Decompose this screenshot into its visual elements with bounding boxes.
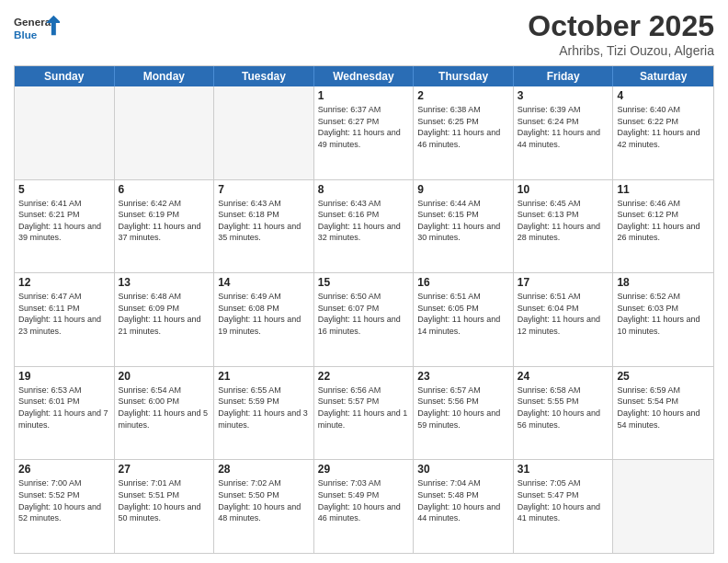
calendar-row: 1Sunrise: 6:37 AMSunset: 6:27 PMDaylight… xyxy=(15,86,713,179)
day-info: Sunrise: 7:00 AMSunset: 5:52 PMDaylight:… xyxy=(18,477,110,523)
day-info: Sunrise: 6:58 AMSunset: 5:55 PMDaylight:… xyxy=(518,385,609,431)
day-info: Sunrise: 6:50 AMSunset: 6:07 PMDaylight:… xyxy=(318,291,410,337)
day-info: Sunrise: 6:57 AMSunset: 5:56 PMDaylight:… xyxy=(417,385,509,431)
day-number: 5 xyxy=(18,183,110,196)
day-number: 3 xyxy=(518,89,609,102)
day-info: Sunrise: 6:45 AMSunset: 6:13 PMDaylight:… xyxy=(518,198,609,244)
day-info: Sunrise: 6:42 AMSunset: 6:19 PMDaylight:… xyxy=(119,198,210,244)
day-info: Sunrise: 6:55 AMSunset: 5:59 PMDaylight:… xyxy=(218,385,310,431)
calendar-cell: 10Sunrise: 6:45 AMSunset: 6:13 PMDayligh… xyxy=(514,180,614,273)
calendar-cell: 13Sunrise: 6:48 AMSunset: 6:09 PMDayligh… xyxy=(115,273,215,366)
calendar-row: 19Sunrise: 6:53 AMSunset: 6:01 PMDayligh… xyxy=(15,366,713,460)
day-number: 13 xyxy=(119,276,210,289)
day-info: Sunrise: 6:59 AMSunset: 5:54 PMDaylight:… xyxy=(617,385,710,431)
day-number: 29 xyxy=(318,463,410,476)
day-number: 2 xyxy=(417,89,509,102)
calendar-cell: 26Sunrise: 7:00 AMSunset: 5:52 PMDayligh… xyxy=(15,460,115,553)
day-info: Sunrise: 6:43 AMSunset: 6:18 PMDaylight:… xyxy=(218,198,310,244)
calendar-cell: 29Sunrise: 7:03 AMSunset: 5:49 PMDayligh… xyxy=(314,460,415,553)
month-title: October 2025 xyxy=(528,9,714,43)
calendar-cell: 25Sunrise: 6:59 AMSunset: 5:54 PMDayligh… xyxy=(613,367,713,460)
header: General Blue October 2025 Arhribs, Tizi … xyxy=(14,9,714,58)
weekday-header: Saturday xyxy=(613,66,713,86)
day-number: 16 xyxy=(417,276,509,289)
calendar-cell: 11Sunrise: 6:46 AMSunset: 6:12 PMDayligh… xyxy=(613,180,713,273)
calendar-cell: 17Sunrise: 6:51 AMSunset: 6:04 PMDayligh… xyxy=(514,273,614,366)
calendar-cell: 1Sunrise: 6:37 AMSunset: 6:27 PMDaylight… xyxy=(314,86,415,179)
calendar-cell: 12Sunrise: 6:47 AMSunset: 6:11 PMDayligh… xyxy=(15,273,115,366)
calendar: SundayMondayTuesdayWednesdayThursdayFrid… xyxy=(14,65,714,554)
calendar-cell: 8Sunrise: 6:43 AMSunset: 6:16 PMDaylight… xyxy=(314,180,415,273)
day-number: 12 xyxy=(18,276,110,289)
day-number: 11 xyxy=(617,183,710,196)
calendar-cell: 7Sunrise: 6:43 AMSunset: 6:18 PMDaylight… xyxy=(214,180,314,273)
day-number: 22 xyxy=(318,370,410,383)
day-number: 19 xyxy=(18,370,110,383)
weekday-header: Thursday xyxy=(414,66,514,86)
day-number: 14 xyxy=(218,276,310,289)
day-number: 24 xyxy=(518,370,609,383)
calendar-cell xyxy=(214,86,314,179)
calendar-cell: 2Sunrise: 6:38 AMSunset: 6:25 PMDaylight… xyxy=(414,86,514,179)
weekday-header: Friday xyxy=(514,66,614,86)
day-number: 6 xyxy=(119,183,210,196)
calendar-cell: 16Sunrise: 6:51 AMSunset: 6:05 PMDayligh… xyxy=(414,273,514,366)
svg-text:Blue: Blue xyxy=(14,29,38,40)
day-info: Sunrise: 7:03 AMSunset: 5:49 PMDaylight:… xyxy=(318,477,410,523)
day-number: 31 xyxy=(518,463,609,476)
day-info: Sunrise: 6:37 AMSunset: 6:27 PMDaylight:… xyxy=(318,104,410,150)
logo: General Blue xyxy=(14,9,60,46)
calendar-header: SundayMondayTuesdayWednesdayThursdayFrid… xyxy=(15,66,713,86)
page: General Blue October 2025 Arhribs, Tizi … xyxy=(0,0,728,563)
day-number: 30 xyxy=(417,463,509,476)
calendar-cell: 22Sunrise: 6:56 AMSunset: 5:57 PMDayligh… xyxy=(314,367,415,460)
calendar-cell: 9Sunrise: 6:44 AMSunset: 6:15 PMDaylight… xyxy=(414,180,514,273)
day-info: Sunrise: 6:40 AMSunset: 6:22 PMDaylight:… xyxy=(617,104,710,150)
day-info: Sunrise: 6:48 AMSunset: 6:09 PMDaylight:… xyxy=(119,291,210,337)
day-info: Sunrise: 6:51 AMSunset: 6:04 PMDaylight:… xyxy=(518,291,609,337)
day-number: 28 xyxy=(218,463,310,476)
day-info: Sunrise: 6:44 AMSunset: 6:15 PMDaylight:… xyxy=(417,198,509,244)
day-number: 10 xyxy=(518,183,609,196)
calendar-cell: 23Sunrise: 6:57 AMSunset: 5:56 PMDayligh… xyxy=(414,367,514,460)
calendar-cell: 3Sunrise: 6:39 AMSunset: 6:24 PMDaylight… xyxy=(514,86,614,179)
calendar-cell xyxy=(15,86,115,179)
calendar-cell: 28Sunrise: 7:02 AMSunset: 5:50 PMDayligh… xyxy=(214,460,314,553)
day-info: Sunrise: 7:01 AMSunset: 5:51 PMDaylight:… xyxy=(119,477,210,523)
day-info: Sunrise: 6:51 AMSunset: 6:05 PMDaylight:… xyxy=(417,291,509,337)
calendar-cell: 14Sunrise: 6:49 AMSunset: 6:08 PMDayligh… xyxy=(214,273,314,366)
calendar-cell: 15Sunrise: 6:50 AMSunset: 6:07 PMDayligh… xyxy=(314,273,415,366)
day-info: Sunrise: 6:38 AMSunset: 6:25 PMDaylight:… xyxy=(417,104,509,150)
calendar-cell: 18Sunrise: 6:52 AMSunset: 6:03 PMDayligh… xyxy=(613,273,713,366)
day-number: 7 xyxy=(218,183,310,196)
weekday-header: Monday xyxy=(115,66,215,86)
day-number: 8 xyxy=(318,183,410,196)
day-number: 20 xyxy=(119,370,210,383)
day-info: Sunrise: 7:05 AMSunset: 5:47 PMDaylight:… xyxy=(518,477,609,523)
day-number: 23 xyxy=(417,370,509,383)
logo-svg: General Blue xyxy=(14,9,60,46)
day-number: 27 xyxy=(119,463,210,476)
day-info: Sunrise: 6:46 AMSunset: 6:12 PMDaylight:… xyxy=(617,198,710,244)
calendar-cell: 30Sunrise: 7:04 AMSunset: 5:48 PMDayligh… xyxy=(414,460,514,553)
day-info: Sunrise: 6:49 AMSunset: 6:08 PMDaylight:… xyxy=(218,291,310,337)
calendar-cell: 20Sunrise: 6:54 AMSunset: 6:00 PMDayligh… xyxy=(115,367,215,460)
day-number: 21 xyxy=(218,370,310,383)
calendar-row: 26Sunrise: 7:00 AMSunset: 5:52 PMDayligh… xyxy=(15,459,713,553)
day-number: 26 xyxy=(18,463,110,476)
calendar-cell xyxy=(115,86,215,179)
day-number: 25 xyxy=(617,370,710,383)
calendar-row: 12Sunrise: 6:47 AMSunset: 6:11 PMDayligh… xyxy=(15,272,713,366)
day-number: 18 xyxy=(617,276,710,289)
day-info: Sunrise: 6:47 AMSunset: 6:11 PMDaylight:… xyxy=(18,291,110,337)
day-info: Sunrise: 7:04 AMSunset: 5:48 PMDaylight:… xyxy=(417,477,509,523)
calendar-cell xyxy=(613,460,713,553)
calendar-cell: 5Sunrise: 6:41 AMSunset: 6:21 PMDaylight… xyxy=(15,180,115,273)
calendar-cell: 27Sunrise: 7:01 AMSunset: 5:51 PMDayligh… xyxy=(115,460,215,553)
weekday-header: Sunday xyxy=(15,66,115,86)
day-info: Sunrise: 6:54 AMSunset: 6:00 PMDaylight:… xyxy=(119,385,210,431)
weekday-header: Wednesday xyxy=(314,66,415,86)
day-number: 15 xyxy=(318,276,410,289)
weekday-header: Tuesday xyxy=(214,66,314,86)
day-number: 9 xyxy=(417,183,509,196)
